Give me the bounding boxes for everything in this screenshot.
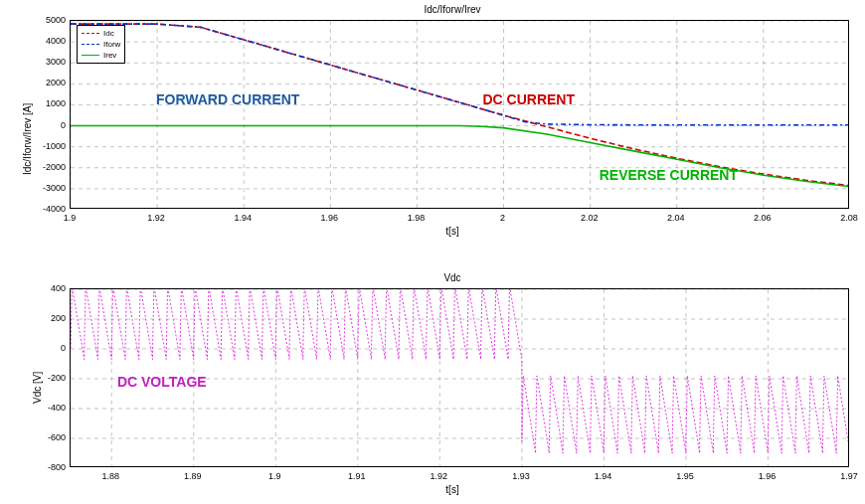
svg-text:1.9: 1.9 [268, 471, 281, 481]
svg-text:200: 200 [51, 313, 66, 323]
svg-text:4000: 4000 [46, 36, 66, 46]
top-chart-ticks: 1.91.921.941.961.9822.022.042.062.08-400… [50, 20, 855, 235]
svg-text:2.08: 2.08 [840, 213, 858, 223]
top-chart-title: Idc/Iforw/Irev [50, 4, 855, 15]
svg-text:1.89: 1.89 [184, 471, 202, 481]
svg-text:1.97: 1.97 [840, 471, 858, 481]
svg-text:1.91: 1.91 [348, 471, 366, 481]
svg-text:-400: -400 [48, 403, 66, 413]
svg-text:1.98: 1.98 [408, 213, 426, 223]
svg-text:1.96: 1.96 [759, 471, 777, 481]
bottom-chart-ticks: 1.881.891.91.911.921.931.941.951.961.97-… [50, 288, 855, 493]
svg-text:1.96: 1.96 [321, 213, 339, 223]
svg-text:2.04: 2.04 [667, 213, 685, 223]
svg-text:1.88: 1.88 [101, 471, 119, 481]
svg-text:1.94: 1.94 [234, 213, 252, 223]
svg-text:1.95: 1.95 [676, 471, 694, 481]
svg-text:-200: -200 [48, 373, 66, 383]
svg-text:2.06: 2.06 [754, 213, 772, 223]
svg-text:400: 400 [51, 283, 66, 293]
top-chart-xlabel: t[s] [50, 226, 855, 237]
svg-text:-3000: -3000 [43, 183, 66, 193]
svg-text:-600: -600 [48, 432, 66, 442]
svg-text:1.94: 1.94 [595, 471, 612, 481]
bottom-chart-ylabel: Vdc [V] [32, 372, 43, 404]
svg-text:-4000: -4000 [43, 204, 66, 214]
bottom-chart-title: Vdc [50, 272, 855, 283]
svg-text:0: 0 [61, 120, 66, 130]
svg-text:-1000: -1000 [43, 141, 66, 151]
svg-text:1.93: 1.93 [512, 471, 530, 481]
svg-text:2000: 2000 [46, 78, 66, 87]
svg-text:3000: 3000 [46, 57, 66, 67]
svg-text:2: 2 [500, 213, 505, 223]
top-chart-ylabel: Idc/Iforw/Irev [A] [22, 103, 33, 175]
svg-text:1.92: 1.92 [147, 213, 165, 223]
svg-text:-2000: -2000 [43, 162, 66, 172]
svg-text:1.92: 1.92 [431, 471, 448, 481]
svg-text:-800: -800 [48, 462, 66, 472]
bottom-chart-xlabel: t[s] [50, 484, 855, 495]
svg-text:0: 0 [61, 343, 66, 353]
svg-text:2.02: 2.02 [581, 213, 599, 223]
svg-text:1000: 1000 [46, 98, 66, 108]
svg-text:1.9: 1.9 [64, 213, 77, 223]
svg-text:5000: 5000 [46, 15, 66, 25]
